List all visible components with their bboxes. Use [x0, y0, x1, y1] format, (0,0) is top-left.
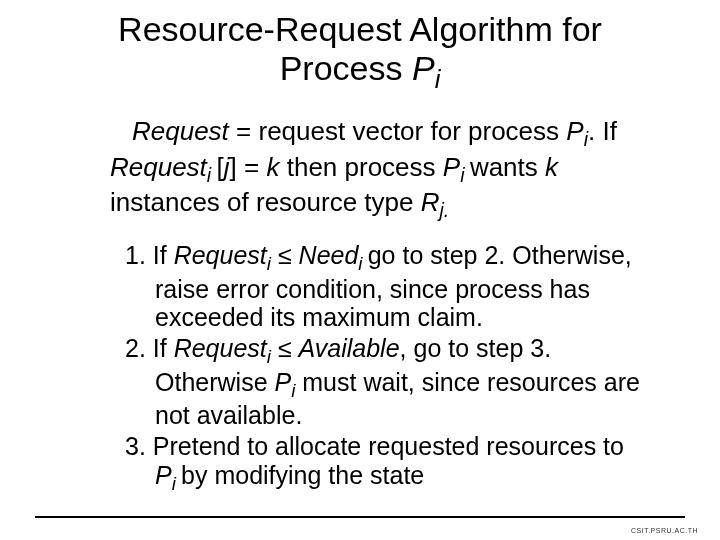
- intro-request2: Request: [110, 152, 207, 182]
- step1-num: 1.: [125, 241, 146, 269]
- intro-request: Request: [132, 116, 229, 146]
- step3-num: 3.: [125, 432, 146, 460]
- s2g: P: [274, 368, 291, 396]
- step-3: 3. Pretend to allocate requested resourc…: [125, 432, 650, 494]
- intro-sub4: j.: [440, 200, 450, 222]
- intro-t15: wants: [470, 152, 545, 182]
- intro-paragraph: Request = request vector for process Pi.…: [0, 94, 720, 223]
- step2-num: 2.: [125, 334, 146, 362]
- intro-br1: [: [217, 152, 224, 182]
- s2d: ≤: [271, 334, 299, 362]
- s2e: Available: [299, 334, 400, 362]
- s1b: Request: [174, 241, 267, 269]
- intro-k2: k: [545, 152, 558, 182]
- s2a: If: [146, 334, 174, 362]
- intro-t12: then process: [279, 152, 442, 182]
- title-sub-i: i: [435, 65, 441, 93]
- intro-sub2: i: [207, 164, 217, 186]
- step-2: 2. If Requesti ≤ Available, go to step 3…: [125, 334, 650, 430]
- step-1: 1. If Requesti ≤ Needi go to step 2. Oth…: [125, 241, 650, 332]
- intro-p1: P: [566, 116, 583, 146]
- title-p: P: [412, 49, 435, 87]
- s3c: i: [172, 473, 181, 494]
- intro-t2: = request vector for process: [229, 116, 566, 146]
- s1e: Need: [299, 241, 359, 269]
- steps-list: 1. If Requesti ≤ Needi go to step 2. Oth…: [0, 223, 720, 494]
- s3d: by modifying the state: [181, 461, 424, 489]
- title-line2-pre: Process: [280, 49, 412, 87]
- s3a: Pretend to allocate requested resources …: [146, 432, 624, 460]
- slide: Resource-Request Algorithm for Process P…: [0, 0, 720, 540]
- title-line1: Resource-Request Algorithm for: [118, 10, 602, 48]
- intro-t10: ] =: [230, 152, 267, 182]
- intro-k1: k: [266, 152, 279, 182]
- s3b: P: [155, 461, 172, 489]
- s1f: i: [358, 253, 367, 274]
- intro-p2: P: [443, 152, 460, 182]
- footer-divider: [35, 516, 685, 518]
- intro-t5: . If: [588, 116, 617, 146]
- s1d: ≤: [271, 241, 299, 269]
- footer-text: CSIT.PSRU.AC.TH: [631, 527, 698, 534]
- intro-t17: instances of resource type: [110, 187, 421, 217]
- s2b: Request: [174, 334, 267, 362]
- intro-r: R: [421, 187, 440, 217]
- slide-title: Resource-Request Algorithm for Process P…: [0, 0, 720, 94]
- intro-sub3: i: [460, 164, 470, 186]
- s1a: If: [146, 241, 174, 269]
